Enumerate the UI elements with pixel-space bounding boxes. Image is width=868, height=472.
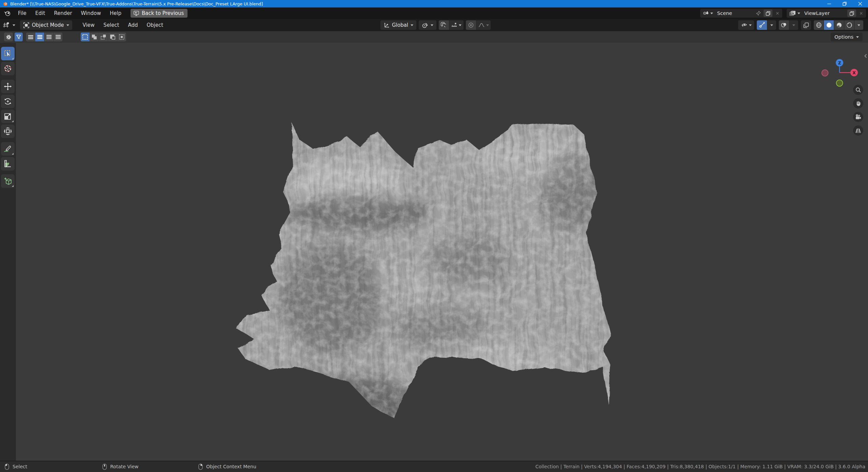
menu-add[interactable]: Add <box>123 22 142 28</box>
toggle-ortho-button[interactable] <box>853 125 863 136</box>
object-visibility-dropdown[interactable] <box>738 20 754 30</box>
chevron-down-icon <box>13 24 15 26</box>
select-invert-button[interactable] <box>108 33 117 41</box>
select-extend-button[interactable] <box>90 33 99 41</box>
proportional-edit-toggle[interactable] <box>466 20 476 30</box>
shading-mode-group <box>814 20 863 30</box>
tool-rotate-button[interactable] <box>1 95 15 108</box>
scene-name[interactable]: Scene <box>714 11 754 16</box>
tool-move-button[interactable] <box>1 80 15 93</box>
snap-settings-dropdown[interactable] <box>449 20 463 30</box>
filter-button[interactable] <box>15 33 23 41</box>
viewlayer-new-button[interactable] <box>847 9 856 17</box>
transform-orientation-dropdown[interactable]: Global <box>380 20 416 30</box>
shading-settings-dropdown[interactable] <box>854 20 863 30</box>
sidebar-expand-button[interactable] <box>863 52 868 60</box>
scene-statistics: Collection | Terrain | Verts:4,194,304 |… <box>535 461 865 472</box>
proportional-edit-group <box>466 20 491 30</box>
menu-select[interactable]: Select <box>99 22 123 28</box>
show-overlays-toggle[interactable] <box>779 20 789 30</box>
gizmo-z-label: Z <box>838 61 841 65</box>
rotate-icon <box>3 97 12 106</box>
tweak-mode-3-button[interactable] <box>44 33 54 41</box>
xray-toggle[interactable] <box>801 20 811 30</box>
scene-new-button[interactable] <box>764 9 772 17</box>
snap-toggle-button[interactable] <box>439 20 449 30</box>
falloff-curve-icon <box>478 22 485 28</box>
close-button[interactable] <box>852 0 868 7</box>
overlays-group <box>779 20 798 30</box>
menu-help[interactable]: Help <box>105 10 126 16</box>
navigation-gizmo[interactable]: Z X <box>818 50 859 87</box>
show-gizmo-toggle[interactable] <box>757 20 767 30</box>
tweak-mode-1-button[interactable] <box>26 33 35 41</box>
select-set-button[interactable] <box>81 33 90 41</box>
chevron-down-icon <box>792 24 795 26</box>
minimize-button[interactable] <box>821 0 837 7</box>
chevron-down-icon <box>857 24 860 26</box>
shading-material-button[interactable] <box>834 20 844 30</box>
back-to-previous-button[interactable]: Back to Previous <box>131 9 188 18</box>
gizmo-x-neg-axis[interactable] <box>822 70 828 76</box>
menu-window[interactable]: Window <box>77 10 105 16</box>
magnifier-icon <box>855 87 861 93</box>
menu-object[interactable]: Object <box>142 22 167 28</box>
material-sphere-icon <box>836 22 842 28</box>
scene-unlink-button[interactable]: ✕ <box>773 9 782 17</box>
overlays-settings-dropdown[interactable] <box>789 20 798 30</box>
pivot-point-dropdown[interactable] <box>419 20 436 30</box>
tool-scale-button[interactable] <box>1 110 15 123</box>
mode-dropdown[interactable]: Object Mode <box>20 20 72 30</box>
viewlayer-browse-button[interactable] <box>787 11 802 16</box>
menu-render[interactable]: Render <box>50 10 76 16</box>
gizmo-settings-dropdown[interactable] <box>767 20 776 30</box>
pin-icon <box>756 11 761 16</box>
chevron-down-icon <box>66 24 69 26</box>
tool-measure-button[interactable] <box>1 157 15 171</box>
menu-view[interactable]: View <box>78 22 99 28</box>
select-new-icon <box>82 34 88 40</box>
camera-view-button[interactable] <box>853 112 863 122</box>
shading-rendered-button[interactable] <box>844 20 854 30</box>
tool-add-cube-button[interactable] <box>1 174 15 188</box>
scene-pin-button[interactable] <box>754 9 763 17</box>
select-subtract-button[interactable] <box>99 33 108 41</box>
menu-file[interactable]: File <box>14 10 31 16</box>
move-icon <box>3 82 12 91</box>
tool-settings-button[interactable] <box>4 33 13 41</box>
gizmo-y-neg-axis[interactable] <box>836 80 843 86</box>
menu-edit[interactable]: Edit <box>31 10 50 16</box>
tweak-mode-2-button[interactable] <box>35 33 44 41</box>
chevron-down-icon <box>710 13 713 14</box>
select-intersect-button[interactable] <box>117 33 126 41</box>
viewport-3d[interactable]: Z X <box>0 43 868 461</box>
select-subtract-icon <box>100 34 106 40</box>
topbar-right: Scene ✕ <box>700 9 866 18</box>
solid-sphere-icon <box>826 22 832 28</box>
blender-menu-button[interactable] <box>0 10 14 16</box>
gizmos-group <box>757 20 776 30</box>
pan-view-button[interactable] <box>853 98 863 109</box>
tool-transform-button[interactable] <box>1 124 15 138</box>
right-mouse-icon <box>198 464 203 470</box>
scene-browse-button[interactable] <box>700 11 714 16</box>
options-dropdown[interactable]: Options <box>831 33 863 41</box>
restore-icon <box>843 2 847 6</box>
proportional-falloff-dropdown[interactable] <box>476 20 491 30</box>
restore-button[interactable] <box>837 0 852 7</box>
viewlayer-remove-button[interactable]: ✕ <box>857 9 866 17</box>
editor-type-button[interactable] <box>0 22 18 28</box>
select-intersect-icon <box>119 34 125 40</box>
viewlayer-selector[interactable]: ViewLayer ✕ <box>787 9 866 18</box>
tool-cursor-button[interactable] <box>1 62 15 75</box>
tool-annotate-button[interactable] <box>1 142 15 156</box>
viewlayer-name[interactable]: ViewLayer <box>802 11 847 16</box>
scene-selector[interactable]: Scene ✕ <box>700 9 782 18</box>
tool-select-box-button[interactable] <box>1 47 15 60</box>
tweak-mode-4-button[interactable] <box>54 33 62 41</box>
shading-solid-button[interactable] <box>824 20 834 30</box>
terrain-mesh-object[interactable] <box>231 109 624 420</box>
snapping-group <box>439 20 463 30</box>
shading-wireframe-button[interactable] <box>814 20 824 30</box>
zoom-view-button[interactable] <box>853 85 863 95</box>
